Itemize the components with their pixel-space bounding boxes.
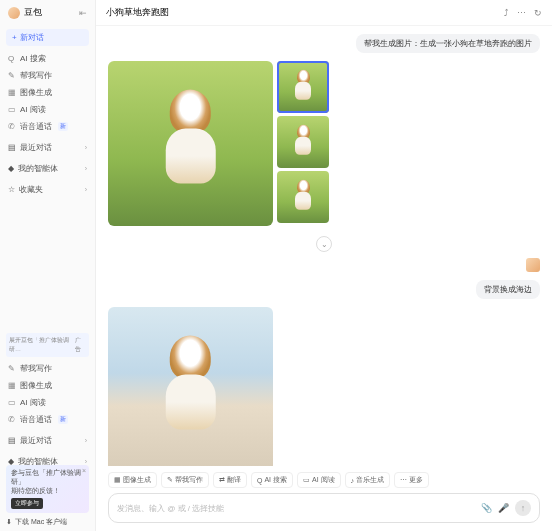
attach-icon[interactable]: 📎 <box>481 503 492 513</box>
close-icon[interactable]: × <box>82 467 86 474</box>
generated-image-main[interactable] <box>108 61 273 226</box>
skill-chips: ▦图像生成✎帮我写作⇄翻译QAI 搜索▭AI 阅读♪音乐生成⋯更多 <box>108 472 540 488</box>
item-label: 收藏夹 <box>19 184 43 195</box>
user-bubble-2: 背景换成海边 <box>476 280 540 299</box>
user-message: 帮我生成图片：生成一张小狗在草地奔跑的图片 <box>108 34 540 53</box>
item-label: 帮我写作 <box>20 363 52 374</box>
chat-area: 帮我生成图片：生成一张小狗在草地奔跑的图片 ⌄ 背景换成海边 ⎘ ⬇ ✂ ↻ <box>96 26 552 466</box>
sidebar-item[interactable]: ▦图像生成 <box>0 377 95 394</box>
chip-label: 音乐生成 <box>356 475 384 485</box>
sidebar-item[interactable]: ✎帮我写作 <box>0 360 95 377</box>
promo-card[interactable]: × 参与豆包「推广体验调研」 期待您的反馈！ 立即参与 <box>6 465 89 513</box>
sidebar-header: 豆包 ⇤ <box>0 0 95 25</box>
history-icon[interactable]: ↻ <box>534 8 542 18</box>
input-box: 📎 🎤 ↑ <box>108 493 540 523</box>
chevron-right-icon: › <box>85 144 87 151</box>
generated-image-beach[interactable] <box>108 307 273 466</box>
message-input[interactable] <box>117 504 481 513</box>
ad-text: 展开豆包「推广体验调研… <box>9 336 75 354</box>
thumbnail-2[interactable] <box>277 116 329 168</box>
chip-label: AI 阅读 <box>312 475 335 485</box>
item-icon: ✎ <box>8 364 16 373</box>
mic-icon[interactable]: 🎤 <box>498 503 509 513</box>
input-icons: 📎 🎤 ↑ <box>481 500 531 516</box>
thumbnail-1[interactable] <box>277 61 329 113</box>
item-icon: ▤ <box>8 143 16 152</box>
bottom-bar: ▦图像生成✎帮我写作⇄翻译QAI 搜索▭AI 阅读♪音乐生成⋯更多 📎 🎤 ↑ <box>96 466 552 531</box>
new-chat-label: 新对话 <box>20 32 44 43</box>
item-label: AI 搜索 <box>20 53 46 64</box>
item-label: 语音通话 <box>20 121 52 132</box>
item-label: AI 阅读 <box>20 104 46 115</box>
skill-chip[interactable]: ✎帮我写作 <box>161 472 209 488</box>
sidebar-item[interactable]: ✆语音通话新 <box>0 411 95 428</box>
item-label: AI 阅读 <box>20 397 46 408</box>
skill-chip[interactable]: ⋯更多 <box>394 472 429 488</box>
item-icon: ▦ <box>8 88 16 97</box>
new-badge: 新 <box>58 122 68 131</box>
promo-line1: 参与豆包「推广体验调研」 <box>11 469 84 487</box>
top-icons: ⤴ ⋯ ↻ <box>504 8 542 18</box>
chip-label: AI 搜索 <box>264 475 287 485</box>
download-icon: ⬇ <box>6 518 12 526</box>
skill-chip[interactable]: ⇄翻译 <box>213 472 247 488</box>
chip-icon: ⋯ <box>400 476 407 484</box>
item-icon: ✎ <box>8 71 16 80</box>
item-icon: ▭ <box>8 398 16 407</box>
user-message-2: 背景换成海边 <box>108 280 540 299</box>
item-icon: ✆ <box>8 122 16 131</box>
more-icon[interactable]: ⋯ <box>517 8 526 18</box>
sidebar-bottom: × 参与豆包「推广体验调研」 期待您的反馈！ 立即参与 ⬇ 下载 Mac 客户端 <box>0 461 95 531</box>
promo-button[interactable]: 立即参与 <box>11 498 43 509</box>
sidebar-item[interactable]: ▭AI 阅读 <box>0 394 95 411</box>
chevron-down-icon[interactable]: ⌄ <box>316 236 332 252</box>
image-result-group <box>108 61 540 226</box>
sidebar-item[interactable]: ✎帮我写作 <box>0 67 95 84</box>
sidebar-item[interactable]: ◆我的智能体› <box>0 160 95 177</box>
user-message-2-row <box>108 258 540 272</box>
send-button[interactable]: ↑ <box>515 500 531 516</box>
chip-icon: ⇄ <box>219 476 225 484</box>
top-bar: 小狗草地奔跑图 ⤴ ⋯ ↻ <box>96 0 552 26</box>
sidebar-item[interactable]: ▤最近对话› <box>0 139 95 156</box>
chip-label: 翻译 <box>227 475 241 485</box>
main: 小狗草地奔跑图 ⤴ ⋯ ↻ 帮我生成图片：生成一张小狗在草地奔跑的图片 ⌄ 背景… <box>96 0 552 531</box>
divider: ⌄ <box>108 236 540 252</box>
share-icon[interactable]: ⤴ <box>504 8 509 18</box>
chevron-right-icon: › <box>85 437 87 444</box>
sidebar-item[interactable]: ▭AI 阅读 <box>0 101 95 118</box>
ad-flag: 广告 <box>75 336 86 354</box>
item-icon: ▤ <box>8 436 16 445</box>
sidebar-item[interactable]: ☆收藏夹› <box>0 181 95 198</box>
item-icon: Q <box>8 54 16 63</box>
item-label: 图像生成 <box>20 87 52 98</box>
sidebar-ad[interactable]: 展开豆包「推广体验调研… 广告 <box>6 333 89 357</box>
item-label: 最近对话 <box>20 142 52 153</box>
skill-chip[interactable]: ♪音乐生成 <box>345 472 391 488</box>
sidebar-item[interactable]: ✆语音通话新 <box>0 118 95 135</box>
sidebar-item[interactable]: ▦图像生成 <box>0 84 95 101</box>
collapse-icon[interactable]: ⇤ <box>79 8 87 18</box>
thumbnails <box>277 61 329 226</box>
chip-label: 更多 <box>409 475 423 485</box>
new-chat-button[interactable]: + 新对话 <box>6 29 89 46</box>
item-icon: ☆ <box>8 185 15 194</box>
item-label: 帮我写作 <box>20 70 52 81</box>
new-badge: 新 <box>58 415 68 424</box>
chip-icon: ♪ <box>351 477 355 484</box>
chip-icon: ✎ <box>167 476 173 484</box>
skill-chip[interactable]: ▭AI 阅读 <box>297 472 341 488</box>
sidebar-item[interactable]: QAI 搜索 <box>0 50 95 67</box>
sidebar: 豆包 ⇤ + 新对话 QAI 搜索✎帮我写作▦图像生成▭AI 阅读✆语音通话新 … <box>0 0 96 531</box>
chevron-right-icon: › <box>85 165 87 172</box>
sidebar-item[interactable]: ▤最近对话› <box>0 432 95 449</box>
skill-chip[interactable]: ▦图像生成 <box>108 472 157 488</box>
plus-icon: + <box>12 33 17 42</box>
thumbnail-3[interactable] <box>277 171 329 223</box>
skill-chip[interactable]: QAI 搜索 <box>251 472 293 488</box>
item-icon: ▦ <box>8 381 16 390</box>
item-label: 图像生成 <box>20 380 52 391</box>
avatar[interactable] <box>8 7 20 19</box>
download-link[interactable]: ⬇ 下载 Mac 客户端 <box>6 517 89 527</box>
item-label: 语音通话 <box>20 414 52 425</box>
